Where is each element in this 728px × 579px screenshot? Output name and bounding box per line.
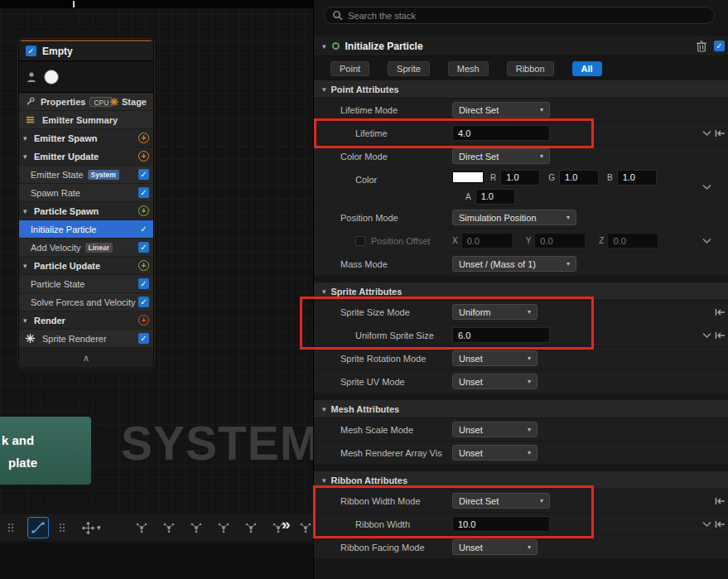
color-swatch[interactable] <box>452 171 484 183</box>
section-header[interactable]: ▾Mesh Attributes <box>314 400 728 418</box>
node-row-sprite-renderer[interactable]: Sprite Renderer✓ <box>19 330 153 348</box>
uniform-sprite-size-input[interactable] <box>452 327 550 343</box>
module-enabled-checkbox[interactable]: ✓ <box>138 333 149 344</box>
position-offset-x-input[interactable] <box>461 233 513 248</box>
node-row-solve-forces-and-velocity[interactable]: Solve Forces and Velocity✓ <box>19 293 153 311</box>
node-row-spawn-rate[interactable]: Spawn Rate✓ <box>19 184 153 202</box>
node-row-add-velocity[interactable]: Add VelocityLinear✓ <box>19 239 153 257</box>
section-header[interactable]: ▾Ribbon Attributes <box>314 471 728 490</box>
color-r-input[interactable] <box>500 170 540 186</box>
lifetime-input[interactable] <box>452 125 550 141</box>
section-header[interactable]: ▾Sprite Attributes <box>314 282 728 301</box>
mesh-renderer-array-vis-dropdown[interactable]: Unset▾ <box>452 445 538 461</box>
search-input[interactable] <box>348 11 706 21</box>
filter-button-point[interactable]: Point <box>330 61 369 76</box>
stack-header[interactable]: ▾ Initialize Particle ✓ <box>314 36 728 56</box>
node-row-label: Emitter State <box>31 170 84 180</box>
node-template-icon[interactable] <box>160 517 178 538</box>
color-g-input[interactable] <box>559 170 599 186</box>
emitter-enabled-checkbox[interactable]: ✓ <box>26 46 36 56</box>
color-mode-dropdown[interactable]: Direct Set▾ <box>452 148 550 164</box>
node-row-initialize-particle[interactable]: Initialize Particle✓ <box>19 220 153 239</box>
node-template-icon[interactable] <box>297 517 315 538</box>
add-module-button[interactable]: + <box>138 205 149 216</box>
ribbon-width-input[interactable] <box>452 516 550 532</box>
dots-menu-icon[interactable] <box>55 517 69 538</box>
module-enabled-checkbox[interactable]: ✓ <box>138 224 149 234</box>
filter-button-all[interactable]: All <box>572 61 602 76</box>
node-template-icon[interactable] <box>133 517 151 538</box>
module-enabled-checkbox[interactable]: ✓ <box>138 242 149 253</box>
node-row-particle-state[interactable]: Particle State✓ <box>19 275 153 293</box>
ribbon-width-mode-dropdown[interactable]: Direct Set▾ <box>452 493 550 509</box>
emitter-node-header[interactable]: ✓ Empty <box>19 40 153 61</box>
add-module-button[interactable]: + <box>138 151 149 162</box>
sprite-rotation-mode-dropdown[interactable]: Unset▾ <box>452 350 538 366</box>
expand-chevron-icon[interactable] <box>702 332 711 338</box>
add-module-button[interactable]: + <box>138 260 149 271</box>
filter-button-mesh[interactable]: Mesh <box>448 61 489 76</box>
filter-button-sprite[interactable]: Sprite <box>388 61 430 76</box>
node-row-emitter-summary[interactable]: Emitter Summary <box>19 111 153 129</box>
curve-mode-button[interactable] <box>27 517 49 538</box>
stack-search[interactable] <box>324 7 715 24</box>
stage-tab[interactable]: Stage <box>110 97 147 107</box>
chevron-down-icon: ▾ <box>520 426 531 433</box>
expand-chevron-icon[interactable] <box>702 238 711 244</box>
reset-to-default-icon[interactable] <box>715 520 726 528</box>
delete-button[interactable] <box>697 41 706 52</box>
sprite-size-mode-dropdown[interactable]: Uniform▾ <box>452 304 538 320</box>
section-header[interactable]: ▾Point Attributes <box>314 80 728 99</box>
reset-to-default-icon[interactable] <box>715 331 726 340</box>
emitter-node[interactable]: ✓ Empty PropertiesCPUStageEmitter Summar… <box>18 39 154 369</box>
module-enabled-checkbox[interactable]: ✓ <box>138 169 149 180</box>
dots-menu-icon[interactable] <box>4 517 17 538</box>
node-row-properties[interactable]: PropertiesCPUStage <box>19 93 153 111</box>
move-tool-button[interactable]: ▾ <box>79 517 104 538</box>
expand-chevron-icon[interactable] <box>702 184 711 190</box>
g-channel-label: G <box>548 173 555 182</box>
node-template-icon[interactable] <box>242 517 260 538</box>
node-row-emitter-spawn[interactable]: ▾Emitter Spawn+ <box>19 129 153 147</box>
node-row-particle-update[interactable]: ▾Particle Update+ <box>19 257 153 275</box>
stack-enabled-checkbox[interactable]: ✓ <box>714 41 725 51</box>
reset-to-default-icon[interactable] <box>715 497 726 505</box>
add-module-button[interactable]: + <box>138 133 149 143</box>
node-template-icon[interactable] <box>187 517 205 538</box>
toolbar-expand-button[interactable]: » <box>282 515 291 533</box>
sprite-uv-mode-dropdown[interactable]: Unset▾ <box>452 374 538 389</box>
reset-to-default-icon[interactable] <box>715 129 726 138</box>
module-enabled-checkbox[interactable]: ✓ <box>138 187 149 198</box>
tutorial-card[interactable]: k and plate <box>0 417 91 485</box>
add-module-button[interactable]: + <box>138 315 149 326</box>
node-row-emitter-update[interactable]: ▾Emitter Update+ <box>19 147 153 166</box>
mesh-scale-mode-dropdown[interactable]: Unset▾ <box>452 422 538 437</box>
mass-mode-dropdown[interactable]: Unset / (Mass of 1)▾ <box>452 256 576 272</box>
chevron-down-icon: ▾ <box>533 152 543 160</box>
node-row-particle-spawn[interactable]: ▾Particle Spawn+ <box>19 202 153 220</box>
node-row-emitter-state[interactable]: Emitter StateSystem✓ <box>19 166 153 184</box>
collapse-triangle-icon[interactable]: ▾ <box>322 42 326 51</box>
position-offset-y-input[interactable] <box>534 233 586 248</box>
module-enabled-checkbox[interactable]: ✓ <box>138 278 149 289</box>
node-row-label: Particle State <box>31 279 84 289</box>
position-mode-dropdown[interactable]: Simulation Position▾ <box>452 210 576 225</box>
module-enabled-checkbox[interactable]: ✓ <box>138 297 149 307</box>
chevron-down-icon: ▾ <box>520 308 531 316</box>
expand-chevron-icon[interactable] <box>702 130 711 136</box>
filter-button-ribbon[interactable]: Ribbon <box>507 61 554 76</box>
node-template-icon[interactable] <box>215 517 233 538</box>
material-thumbnail[interactable] <box>44 70 59 84</box>
node-collapse-button[interactable]: ∧ <box>19 348 153 368</box>
expand-chevron-icon[interactable] <box>702 521 711 527</box>
graph-canvas[interactable]: SYSTEM k and plate ✓ Empty PropertiesCPU… <box>0 0 313 579</box>
node-row-render[interactable]: ▾Render+ <box>19 311 153 330</box>
collapse-triangle-icon: ▾ <box>23 207 27 215</box>
position-offset-z-input[interactable] <box>607 233 658 248</box>
color-a-input[interactable] <box>475 189 515 205</box>
lifetime-mode-dropdown[interactable]: Direct Set▾ <box>452 102 550 118</box>
reset-to-default-icon[interactable] <box>715 308 726 316</box>
color-b-input[interactable] <box>617 170 657 186</box>
ribbon-facing-mode-dropdown[interactable]: Unset▾ <box>452 539 538 555</box>
edit-condition-checkbox[interactable] <box>355 236 365 246</box>
